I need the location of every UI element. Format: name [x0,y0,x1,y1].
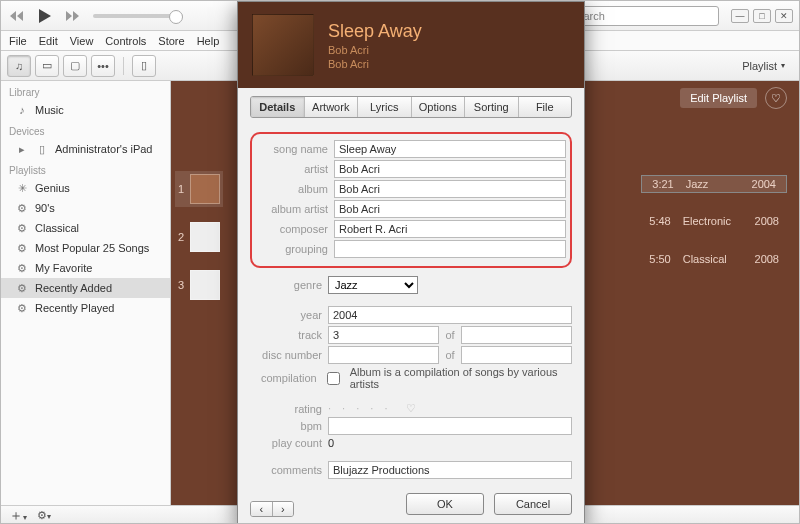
label-genre: genre [250,279,322,291]
label-bpm: bpm [250,420,322,432]
input-disc-total[interactable] [461,346,572,364]
sidebar-head-playlists: Playlists [1,159,170,178]
track-num: 3 [178,279,184,291]
label-comments: comments [250,464,322,476]
maximize-button[interactable]: □ [753,9,771,23]
view-songs-button[interactable]: ♫ [7,55,31,77]
dialog-body: song name artist album album artist comp… [238,124,584,484]
input-track[interactable] [328,326,439,344]
close-button[interactable]: ✕ [775,9,793,23]
tab-file[interactable]: File [519,97,572,117]
dialog-album: Bob Acri [328,58,422,70]
info-dialog: Sleep Away Bob Acri Bob Acri Details Art… [237,1,585,524]
prev-button[interactable]: ‹ [251,502,273,516]
gear-icon: ⚙ [15,241,29,255]
track-duration: 3:21 [644,178,674,190]
track-row[interactable]: 5:50 Classical 2008 [641,249,787,269]
add-button[interactable]: ＋▾ [9,507,27,525]
input-album[interactable] [334,180,566,198]
menu-view[interactable]: View [70,35,94,47]
dialog-tabs: Details Artwork Lyrics Options Sorting F… [250,96,572,118]
label-artist: artist [256,163,328,175]
previous-icon[interactable] [7,6,27,26]
gear-icon: ⚙ [15,201,29,215]
tab-artwork[interactable]: Artwork [305,97,359,117]
sidebar-item-my-favorite[interactable]: ⚙My Favorite [1,258,170,278]
album-thumb [190,222,220,252]
edit-playlist-button[interactable]: Edit Playlist [680,88,757,108]
menu-controls[interactable]: Controls [105,35,146,47]
track-thumb-row[interactable]: 2 [175,219,223,255]
disclosure-icon[interactable]: ▸ [15,142,29,156]
minimize-button[interactable]: — [731,9,749,23]
tab-lyrics[interactable]: Lyrics [358,97,412,117]
dialog-artist: Bob Acri [328,44,422,56]
menu-store[interactable]: Store [158,35,184,47]
input-track-total[interactable] [461,326,572,344]
tab-options[interactable]: Options [412,97,466,117]
checkbox-compilation[interactable] [327,372,340,385]
select-genre[interactable]: Jazz [328,276,418,294]
track-thumb-column: 1 2 3 [175,171,223,303]
rating-control[interactable]: · · · · · ♡ [328,402,420,415]
track-year: 2008 [743,215,787,227]
sidebar-item-genius[interactable]: ✳Genius [1,178,170,198]
tab-sorting[interactable]: Sorting [465,97,519,117]
sidebar-item-music[interactable]: ♪ Music [1,100,170,120]
input-song-name[interactable] [334,140,566,158]
sidebar-item-label: Genius [35,182,70,194]
label-track: track [250,329,322,341]
sidebar-item-label: My Favorite [35,262,92,274]
view-albums-button[interactable]: ▭ [35,55,59,77]
track-row[interactable]: 3:21 Jazz 2004 [641,175,787,193]
input-comments[interactable] [328,461,572,479]
sidebar-item-90s[interactable]: ⚙90's [1,198,170,218]
dialog-title: Sleep Away [328,21,422,42]
ok-button[interactable]: OK [406,493,484,515]
view-more-button[interactable]: ••• [91,55,115,77]
menu-help[interactable]: Help [197,35,220,47]
menu-file[interactable]: File [9,35,27,47]
menu-edit[interactable]: Edit [39,35,58,47]
track-duration: 5:48 [641,215,671,227]
favorite-button[interactable]: ♡ [765,87,787,109]
label-album-artist: album artist [256,203,328,215]
input-artist[interactable] [334,160,566,178]
sidebar: Library ♪ Music Devices ▸ ▯ Administrato… [1,81,171,505]
track-list: 3:21 Jazz 2004 5:48 Electronic 2008 5:50… [641,175,787,269]
next-icon[interactable] [63,6,83,26]
input-album-artist[interactable] [334,200,566,218]
label-compilation: compilation [250,372,317,384]
sidebar-item-recently-played[interactable]: ⚙Recently Played [1,298,170,318]
input-disc[interactable] [328,346,439,364]
track-thumb-row[interactable]: 3 [175,267,223,303]
input-composer[interactable] [334,220,566,238]
sidebar-item-classical[interactable]: ⚙Classical [1,218,170,238]
highlight-box: song name artist album album artist comp… [250,132,572,268]
input-year[interactable] [328,306,572,324]
sidebar-item-label: Administrator's iPad [55,143,152,155]
prev-next-buttons: ‹ › [250,501,294,517]
music-note-icon: ♪ [15,103,29,117]
input-bpm[interactable] [328,417,572,435]
device-button[interactable]: ▯ [132,55,156,77]
cancel-button[interactable]: Cancel [494,493,572,515]
value-play-count: 0 [328,437,334,449]
play-icon[interactable] [35,6,55,26]
volume-slider[interactable] [93,14,183,18]
label-of: of [445,349,454,361]
view-mode-dropdown[interactable]: Playlist ▾ [734,60,793,72]
sidebar-item-recently-added[interactable]: ⚙Recently Added [1,278,170,298]
label-song-name: song name [256,143,328,155]
track-thumb-row[interactable]: 1 [175,171,223,207]
view-tv-button[interactable]: ▢ [63,55,87,77]
tab-details[interactable]: Details [251,97,305,117]
next-button[interactable]: › [273,502,294,516]
track-genre: Electronic [683,215,731,227]
settings-button[interactable]: ⚙▾ [37,509,51,522]
track-row[interactable]: 5:48 Electronic 2008 [641,211,787,231]
track-num: 2 [178,231,184,243]
sidebar-item-most-popular[interactable]: ⚙Most Popular 25 Songs [1,238,170,258]
sidebar-item-ipad[interactable]: ▸ ▯ Administrator's iPad [1,139,170,159]
input-grouping[interactable] [334,240,566,258]
